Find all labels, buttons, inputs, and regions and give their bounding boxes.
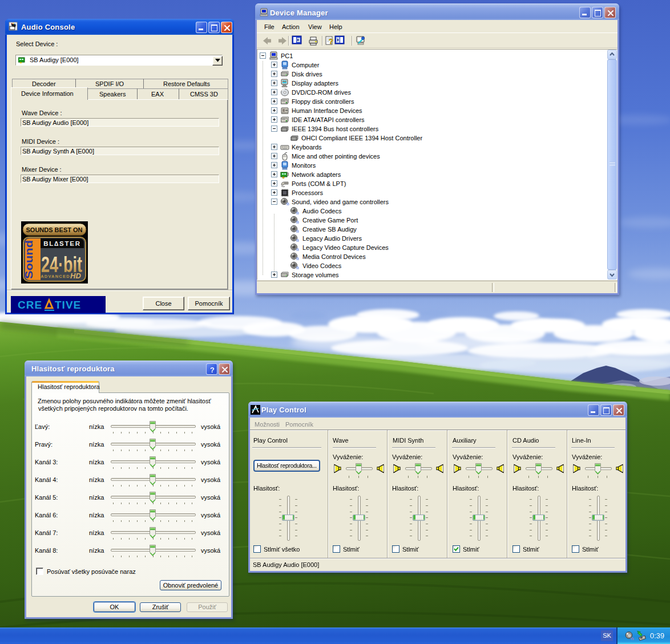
svg-text:HD: HD bbox=[70, 272, 81, 280]
svg-text:?: ? bbox=[329, 37, 333, 46]
svg-text:?: ? bbox=[210, 366, 215, 374]
svg-text:CRE: CRE bbox=[18, 299, 42, 311]
svg-text:SOUNDS BEST ON: SOUNDS BEST ON bbox=[26, 226, 82, 233]
svg-text:BL∆STER: BL∆STER bbox=[43, 240, 81, 247]
svg-text:TIVE: TIVE bbox=[55, 299, 81, 311]
svg-text:ADVANCED: ADVANCED bbox=[41, 274, 70, 279]
svg-text:Sound: Sound bbox=[23, 240, 35, 279]
